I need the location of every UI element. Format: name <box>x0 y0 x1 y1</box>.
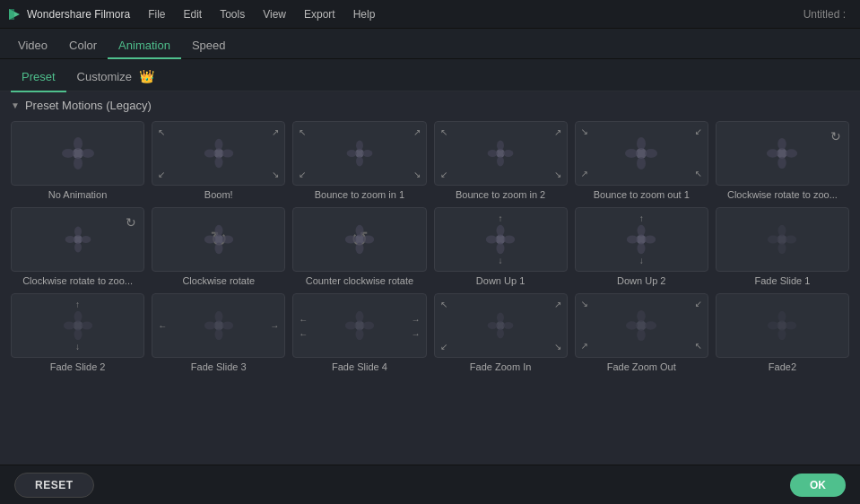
list-item[interactable]: ↖ ↗ ↙ ↘ Bounce to zoom out 1 <box>575 121 708 200</box>
svg-point-35 <box>65 236 74 243</box>
list-item[interactable]: Fade2 <box>716 293 849 372</box>
svg-point-36 <box>81 236 91 243</box>
animation-thumb: ↖ ↗ ↙ ↘ <box>575 121 708 186</box>
svg-point-79 <box>497 328 504 338</box>
list-item[interactable]: ↻ Clockwise rotate to zoo... <box>716 121 849 200</box>
animation-thumb: ↑ ↓ <box>11 293 144 358</box>
list-item[interactable]: ↖ ↗ ↙ ↘ Bounce to zoom in 1 <box>292 121 426 200</box>
animation-label: Clockwise rotate <box>152 275 285 286</box>
animation-thumb: ↻ <box>716 121 849 186</box>
svg-point-69 <box>214 329 222 341</box>
svg-point-19 <box>497 156 504 166</box>
arrow-br-icon: ↘ <box>554 169 561 179</box>
svg-point-9 <box>214 157 222 169</box>
menu-tools[interactable]: Tools <box>216 6 248 22</box>
sub-tab-customize[interactable]: Customize 👑 <box>66 65 165 92</box>
arrow-down-icon: ↓ <box>75 342 80 352</box>
svg-point-73 <box>355 311 363 323</box>
svg-point-70 <box>204 322 216 330</box>
svg-point-84 <box>637 329 646 341</box>
animation-label: Fade2 <box>716 361 849 372</box>
arrow-down-icon: ↓ <box>639 256 644 265</box>
animation-label: Fade Slide 3 <box>152 361 285 372</box>
reset-button[interactable]: RESET <box>14 473 94 498</box>
flower-icon <box>766 309 798 342</box>
list-item[interactable]: Fade Slide 1 <box>716 207 849 286</box>
svg-point-46 <box>363 236 375 244</box>
svg-point-91 <box>786 322 797 330</box>
animation-thumb: ← → ← → <box>292 293 426 358</box>
menu-file[interactable]: File <box>144 6 169 22</box>
animation-thumb: ↖ ↗ ↙ ↘ <box>575 293 708 358</box>
svg-point-5 <box>62 149 74 158</box>
arrow-tr-icon: ↗ <box>413 127 421 137</box>
menu-help[interactable]: Help <box>350 6 379 22</box>
arrow-down-icon: ↓ <box>499 256 503 265</box>
menu-edit[interactable]: Edit <box>180 6 206 22</box>
sub-tab-preset[interactable]: Preset <box>11 66 66 92</box>
arrow-tr-icon: ↗ <box>272 127 279 137</box>
list-item[interactable]: ↖ ↗ ↙ ↘ Bounce to zoom in 2 <box>434 121 568 200</box>
animation-label: Bounce to zoom out 1 <box>575 189 708 200</box>
arrow-bl-icon: ↙ <box>440 342 447 352</box>
animation-label: Fade Slide 1 <box>716 275 849 286</box>
list-item[interactable]: ↖ ↗ ↙ ↘ Fade Zoom Out <box>575 293 708 372</box>
svg-point-43 <box>355 225 363 237</box>
list-item[interactable]: ↑ ↓ Fade Slide 2 <box>11 293 144 372</box>
svg-point-4 <box>74 157 83 169</box>
list-item[interactable]: ↻ Clockwise rotate <box>152 207 285 286</box>
svg-point-29 <box>778 157 787 169</box>
arrow-tr-icon: ↗ <box>554 127 561 137</box>
app-logo: Wondershare Filmora <box>7 7 130 22</box>
svg-point-56 <box>645 236 656 244</box>
svg-point-44 <box>355 243 363 255</box>
tab-animation[interactable]: Animation <box>108 33 181 59</box>
animation-thumb <box>716 207 849 272</box>
svg-point-10 <box>204 150 216 158</box>
animation-label: Fade Zoom In <box>434 361 568 372</box>
title-bar: Wondershare Filmora File Edit Tools View… <box>0 0 860 29</box>
arrow-left-icon: ← <box>299 315 308 325</box>
list-item[interactable]: ← → Fade Slide 3 <box>152 293 285 372</box>
animation-thumb: ↻ <box>11 207 144 272</box>
animation-grid: No Animation ↖ ↗ ↙ ↘ <box>11 121 849 372</box>
list-item[interactable]: ↖ ↗ ↙ ↘ Fade Zoom In <box>434 293 568 372</box>
svg-point-63 <box>74 311 82 323</box>
list-item[interactable]: ↺ Counter clockwise rotate <box>292 207 426 286</box>
svg-point-90 <box>768 322 779 330</box>
animation-label: No Animation <box>11 189 144 200</box>
list-item[interactable]: No Animation <box>11 121 144 200</box>
list-item[interactable]: ↻ Clockwise rotate to zoo... <box>11 207 144 286</box>
svg-point-74 <box>355 329 363 341</box>
animation-label: Fade Zoom Out <box>575 361 708 372</box>
rotate-cw-icon: ↻ <box>830 129 841 143</box>
arrow-bl-icon: ↙ <box>299 169 306 179</box>
arrow-tl-icon: ↖ <box>440 127 447 137</box>
list-item[interactable]: ← → ← → Fade Slide 4 <box>292 293 426 372</box>
svg-point-86 <box>645 321 656 330</box>
ok-button[interactable]: OK <box>790 474 846 497</box>
menu-view[interactable]: View <box>259 6 290 22</box>
tab-video[interactable]: Video <box>7 33 58 59</box>
list-item[interactable]: ↑ ↓ Down Up 1 <box>434 207 568 286</box>
svg-point-80 <box>488 322 498 329</box>
flower-icon <box>60 135 96 171</box>
svg-point-64 <box>74 329 82 341</box>
tab-speed[interactable]: Speed <box>181 33 237 59</box>
crown-icon: 👑 <box>139 69 154 83</box>
arrow-tr-icon: ↗ <box>554 300 561 309</box>
list-item[interactable]: ↑ ↓ Down Up 2 <box>575 207 708 286</box>
svg-point-85 <box>626 321 638 330</box>
content-area[interactable]: ▼ Preset Motions (Legacy) No Animation <box>0 91 860 465</box>
tab-color[interactable]: Color <box>58 33 108 59</box>
svg-point-20 <box>488 150 498 157</box>
sub-tab-bar: Preset Customize 👑 <box>0 59 860 91</box>
animation-thumb: ↺ <box>292 207 426 272</box>
svg-point-48 <box>497 225 505 237</box>
svg-point-58 <box>778 225 786 237</box>
menu-export[interactable]: Export <box>300 6 339 22</box>
flower-icon <box>766 223 798 256</box>
list-item[interactable]: ↖ ↗ ↙ ↘ Boom! <box>152 121 285 200</box>
animation-label: Bounce to zoom in 2 <box>434 189 568 200</box>
animation-label: Down Up 2 <box>575 275 708 286</box>
